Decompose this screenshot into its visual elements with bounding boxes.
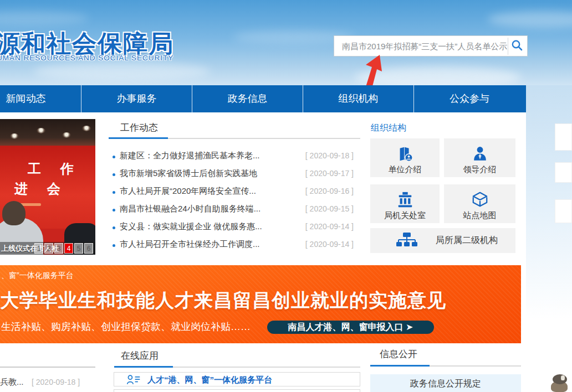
main-navigation: 新闻动态 办事服务 政务信息 组织机构 公众参与 bbox=[0, 85, 526, 112]
info-disclosure-link[interactable]: 政务信息公开规定 bbox=[370, 374, 521, 392]
nav-item-news[interactable]: 新闻动态 bbox=[0, 85, 81, 112]
mascot-highlight bbox=[561, 375, 565, 380]
banner-title: 大学毕业生和技能人才来昌留昌创业就业的实施意见 bbox=[0, 288, 446, 313]
stage-light bbox=[82, 126, 91, 131]
news-date: [ 2020-09-16 ] bbox=[305, 187, 354, 195]
news-title[interactable]: 市人社局召开全市社保经办工作调度... bbox=[120, 239, 260, 250]
tab-active-underline bbox=[114, 366, 173, 368]
site-logo-english: UMAN RESOURCES AND SOCIAL SECURITY bbox=[0, 54, 173, 62]
search-input[interactable]: 南昌市2019年拟招募“三支一扶”人员名单公示 bbox=[334, 35, 528, 56]
tab-divider-line bbox=[173, 367, 360, 368]
tab-work-news[interactable]: 工作动态 bbox=[120, 121, 158, 134]
cloud bbox=[33, 62, 211, 81]
floating-widget[interactable] bbox=[555, 199, 572, 223]
slide-banner-text-line2: 进 会 bbox=[14, 180, 68, 198]
book-icon bbox=[370, 145, 440, 163]
nav-item-public-participation[interactable]: 公众参与 bbox=[414, 85, 525, 112]
tab-active-underline bbox=[109, 137, 168, 139]
news-title[interactable]: 兵教... bbox=[0, 377, 24, 388]
stage-light bbox=[37, 128, 45, 133]
tab-divider-line bbox=[168, 138, 360, 139]
org-card-label: 领导介绍 bbox=[444, 164, 515, 175]
banner-small-text: 、窗”一体化服务平台 bbox=[1, 271, 74, 281]
news-title[interactable]: 我市新增5家省级博士后创新实践基地 bbox=[120, 168, 257, 179]
news-list-item[interactable]: 安义县：做实就业援企业 做优服务惠... [ 2020-09-14 ] bbox=[109, 221, 360, 235]
page-button-4-active[interactable]: 4 bbox=[64, 243, 73, 254]
news-date: [ 2020-09-18 ] bbox=[32, 378, 80, 386]
cloud bbox=[0, 11, 89, 25]
news-date: [ 2020-09-18 ] bbox=[305, 151, 354, 160]
news-title[interactable]: 市人社局开展“2020年网络安全宣传... bbox=[120, 186, 256, 197]
news-list-item[interactable]: 市人社局开展“2020年网络安全宣传... [ 2020-09-16 ] bbox=[109, 186, 360, 199]
org-card-sitemap[interactable]: 站点地图 bbox=[444, 184, 515, 223]
online-app-item[interactable]: 人才“港、网、窗”一体化服务平台 bbox=[114, 372, 360, 386]
floating-widget[interactable] bbox=[555, 162, 572, 183]
bank-icon bbox=[370, 190, 440, 209]
page: 源和社会保障局 UMAN RESOURCES AND SOCIAL SECURI… bbox=[0, 0, 572, 392]
org-card-label: 局所属二级机构 bbox=[436, 235, 498, 246]
banner-subtitle: 生活补贴、购房补贴、创业担保贷款、就业岗位补贴…… bbox=[1, 320, 251, 333]
photo-carousel[interactable]: 工 作 进 会 上线仪式在市人社 1 2 3 4 5 6 bbox=[0, 119, 95, 255]
search-icon bbox=[511, 39, 523, 54]
floating-mascot-image[interactable] bbox=[545, 374, 572, 392]
nav-item-services[interactable]: 办事服务 bbox=[81, 85, 192, 112]
person-icon bbox=[444, 145, 515, 163]
stage-light bbox=[10, 133, 19, 139]
carousel-pager: 1 2 3 4 5 6 bbox=[34, 243, 93, 254]
floating-widget[interactable] bbox=[555, 123, 572, 151]
page-button-3[interactable]: 3 bbox=[54, 243, 63, 254]
news-title[interactable]: 安义县：做实就业援企业 做优服务惠... bbox=[120, 221, 262, 232]
online-app-item-partial[interactable] bbox=[114, 389, 360, 392]
page-button-5[interactable]: 5 bbox=[74, 243, 83, 254]
org-card-subordinate-institutions[interactable]: 局所属二级机构 bbox=[370, 228, 515, 253]
promo-banner[interactable]: 、窗”一体化服务平台 大学毕业生和技能人才来昌留昌创业就业的实施意见 生活补贴、… bbox=[0, 265, 521, 343]
org-card-unit-intro[interactable]: 单位介绍 bbox=[370, 138, 440, 177]
news-list-item[interactable]: 我市新增5家省级博士后创新实践基地 [ 2020-09-17 ] bbox=[109, 168, 360, 182]
org-section-title: 组织结构 bbox=[371, 122, 406, 134]
org-chart-icon bbox=[396, 231, 418, 250]
bullet-icon bbox=[113, 156, 115, 158]
bullet-icon bbox=[113, 191, 115, 194]
org-card-label: 站点地图 bbox=[444, 210, 515, 221]
bottom-left-divider bbox=[0, 367, 95, 368]
search-query-text: 南昌市2019年拟招募“三支一扶”人员名单公示 bbox=[342, 36, 507, 56]
bullet-icon bbox=[113, 209, 115, 212]
slide-stage-ceiling bbox=[0, 119, 95, 146]
org-card-label: 局机关处室 bbox=[370, 210, 440, 221]
news-date: [ 2020-09-15 ] bbox=[305, 204, 354, 213]
tab-divider-line bbox=[430, 365, 521, 367]
attendee-head bbox=[2, 201, 25, 225]
page-button-1[interactable]: 1 bbox=[34, 243, 43, 254]
org-card-departments[interactable]: 局机关处室 bbox=[370, 184, 440, 223]
nav-item-gov-info[interactable]: 政务信息 bbox=[192, 85, 303, 112]
cube-icon bbox=[444, 190, 515, 209]
org-card-leaders[interactable]: 领导介绍 bbox=[444, 138, 515, 177]
cloud bbox=[488, 11, 572, 28]
bullet-icon bbox=[113, 226, 115, 229]
tab-active-underline bbox=[370, 365, 430, 367]
carousel-caption-bar: 上线仪式在市人社 1 2 3 4 5 6 bbox=[0, 242, 95, 255]
slide-banner-text-line1: 工 作 bbox=[28, 160, 81, 178]
info-disclosure-item[interactable]: 政务信息公开规定 bbox=[370, 374, 521, 392]
news-title[interactable]: 南昌市社银融合24小时自助服务终端... bbox=[120, 204, 261, 214]
news-date: [ 2020-09-14 ] bbox=[305, 222, 354, 231]
news-list-item[interactable]: 市人社局召开全市社保经办工作调度... [ 2020-09-14 ] bbox=[109, 239, 360, 252]
page-button-2[interactable]: 2 bbox=[44, 243, 53, 254]
bullet-icon bbox=[113, 244, 115, 247]
news-list-item[interactable]: 南昌市社银融合24小时自助服务终端... [ 2020-09-15 ] bbox=[109, 204, 360, 217]
banner-apply-button[interactable]: 南昌人才港、网、窗申报入口 ➤ bbox=[267, 321, 434, 334]
page-button-6[interactable]: 6 bbox=[84, 243, 93, 254]
online-app-link[interactable]: 人才“港、网、窗”一体化服务平台 bbox=[147, 375, 272, 385]
tab-info-disclosure[interactable]: 信息公开 bbox=[380, 348, 417, 360]
mascot-head bbox=[553, 374, 567, 384]
news-date: [ 2020-09-14 ] bbox=[305, 240, 354, 249]
stage-light bbox=[62, 132, 71, 138]
news-date: [ 2020-09-17 ] bbox=[305, 169, 354, 178]
news-list-item[interactable]: 新建区：全力做好退捕渔民基本养老... [ 2020-09-18 ] bbox=[109, 151, 360, 164]
bottom-left-news-item[interactable]: 兵教... [ 2020-09-18 ] bbox=[0, 377, 95, 388]
news-title[interactable]: 新建区：全力做好退捕渔民基本养老... bbox=[120, 151, 260, 161]
search-button[interactable] bbox=[508, 38, 525, 55]
nav-item-organization[interactable]: 组织机构 bbox=[303, 85, 414, 112]
tab-online-apps[interactable]: 在线应用 bbox=[121, 349, 159, 362]
bullet-icon bbox=[113, 173, 115, 176]
